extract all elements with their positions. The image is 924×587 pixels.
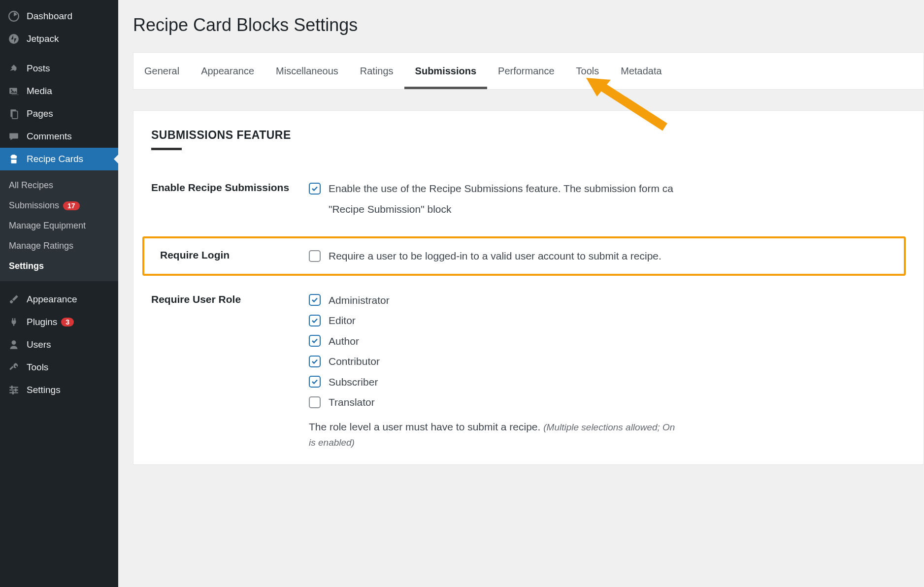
heading-underline [151,148,182,150]
sidebar-item-users[interactable]: Users [0,333,118,356]
sidebar-label: Jetpack [27,33,59,44]
sidebar-label: Tools [27,362,48,373]
submenu-manage-ratings[interactable]: Manage Ratings [0,236,118,256]
sidebar-item-posts[interactable]: Posts [0,57,118,80]
tabs-bar: General Appearance Miscellaneous Ratings… [133,52,924,90]
require-login-checkbox[interactable] [309,250,321,262]
help-main: The role level a user must have to submi… [309,421,540,432]
sidebar-label: Comments [27,131,72,142]
svg-point-1 [9,34,19,44]
setting-require-role: Require User Role Administrator Editor A… [151,287,906,456]
svg-rect-7 [9,387,18,388]
submenu-submissions[interactable]: Submissions 17 [0,196,118,216]
role-checkbox-administrator[interactable] [309,294,321,306]
tab-tools[interactable]: Tools [565,53,610,89]
submenu-label: Manage Ratings [9,241,73,251]
sidebar-item-plugins[interactable]: Plugins 3 [0,311,118,333]
help-hint-2: is enabled) [309,437,355,448]
sliders-icon [7,385,21,395]
sidebar-label: Dashboard [27,11,72,22]
tab-miscellaneous[interactable]: Miscellaneous [265,53,349,89]
pages-icon [7,108,21,119]
role-label: Subscriber [329,374,378,390]
require-login-text: Require a user to be logged-in to a vali… [329,248,661,264]
role-help-text: The role level a user must have to submi… [309,419,906,450]
brush-icon [7,294,21,305]
enable-checkbox[interactable] [309,183,321,195]
svg-rect-10 [11,386,13,389]
role-checkbox-contributor[interactable] [309,356,321,367]
wrench-icon [7,362,21,373]
role-label: Administrator [329,293,390,308]
role-label: Translator [329,394,375,410]
role-checkbox-editor[interactable] [309,315,321,326]
recipe-icon [7,154,21,164]
tab-metadata[interactable]: Metadata [610,53,672,89]
sidebar-item-recipe-cards[interactable]: Recipe Cards [0,148,118,170]
submenu-label: Manage Equipment [9,221,86,231]
setting-enable-submissions: Enable Recipe Submissions Enable the use… [151,175,906,223]
role-label: Editor [329,313,356,328]
admin-sidebar: Dashboard Jetpack Posts Media Pages Comm… [0,0,118,587]
svg-rect-5 [12,111,18,119]
help-hint: (Multiple selections allowed; On [543,422,675,432]
enable-text: Enable the use of the Recipe Submissions… [329,181,673,196]
media-icon [7,86,21,97]
sidebar-label: Plugins [27,317,57,327]
submenu-label: Submissions [9,200,59,211]
submenu-label: All Recipes [9,180,53,191]
sidebar-item-jetpack[interactable]: Jetpack [0,28,118,50]
role-checkbox-translator[interactable] [309,396,321,408]
svg-rect-8 [9,390,18,391]
sidebar-label: Recipe Cards [27,154,83,164]
tab-performance[interactable]: Performance [487,53,565,89]
sidebar-submenu: All Recipes Submissions 17 Manage Equipm… [0,170,118,281]
enable-text-2: "Recipe Submission" block [329,201,906,217]
submissions-badge: 17 [63,201,80,210]
tab-submissions[interactable]: Submissions [404,53,487,89]
setting-label: Enable Recipe Submissions [151,181,309,194]
sidebar-label: Posts [27,63,50,74]
page-title: Recipe Card Blocks Settings [118,0,924,52]
section-heading: SUBMISSIONS FEATURE [151,129,906,148]
tab-ratings[interactable]: Ratings [349,53,404,89]
submenu-all-recipes[interactable]: All Recipes [0,175,118,196]
submenu-manage-equipment[interactable]: Manage Equipment [0,216,118,236]
sidebar-item-comments[interactable]: Comments [0,125,118,148]
sidebar-item-dashboard[interactable]: Dashboard [0,5,118,28]
setting-label: Require User Role [151,293,309,305]
sidebar-label: Pages [27,108,53,119]
plugins-badge: 3 [61,318,74,326]
plug-icon [7,317,21,327]
pin-icon [7,63,21,74]
role-label: Author [329,333,359,349]
svg-point-3 [11,89,12,91]
sidebar-item-tools[interactable]: Tools [0,356,118,379]
sidebar-label: Settings [27,385,61,395]
main-content: Recipe Card Blocks Settings General Appe… [118,0,924,587]
setting-label: Require Login [151,248,309,261]
submenu-settings[interactable]: Settings [0,256,118,276]
dashboard-icon [7,11,21,22]
tab-appearance[interactable]: Appearance [190,53,265,89]
sidebar-item-pages[interactable]: Pages [0,102,118,125]
sidebar-label: Appearance [27,294,77,305]
setting-require-login: Require Login Require a user to be logge… [151,248,897,264]
role-checkbox-subscriber[interactable] [309,376,321,388]
sidebar-item-settings[interactable]: Settings [0,379,118,401]
user-icon [7,339,21,350]
tab-general[interactable]: General [133,53,190,89]
sidebar-label: Media [27,86,52,97]
svg-rect-11 [15,389,16,392]
comments-icon [7,131,21,142]
settings-card: SUBMISSIONS FEATURE Enable Recipe Submis… [133,110,924,465]
submenu-label: Settings [9,261,44,271]
setting-require-login-wrap: Require Login Require a user to be logge… [151,236,906,276]
sidebar-item-media[interactable]: Media [0,80,118,102]
jetpack-icon [7,33,21,44]
sidebar-item-appearance[interactable]: Appearance [0,288,118,311]
svg-rect-12 [12,391,14,394]
svg-point-6 [12,340,16,345]
svg-rect-2 [9,88,17,94]
role-checkbox-author[interactable] [309,335,321,347]
